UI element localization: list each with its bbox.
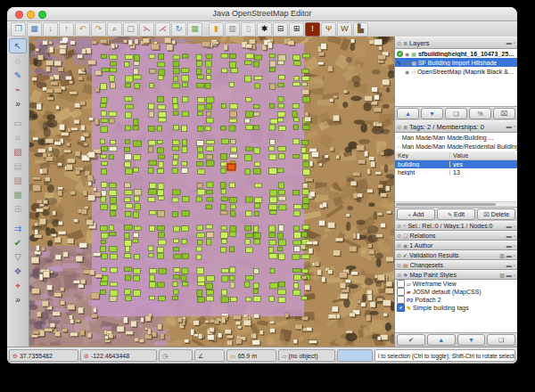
- building-tool-button[interactable]: ▧: [10, 145, 26, 159]
- style-josm-default-row[interactable]: ▰JOSM default (MapCSS): [395, 288, 517, 296]
- validate-tool-button[interactable]: ✔: [10, 236, 26, 249]
- panel-dock-icon[interactable]: ▬: [506, 233, 512, 239]
- layer-down-button[interactable]: ▼: [421, 108, 443, 119]
- save-button[interactable]: ▦: [27, 22, 42, 37]
- layer-opacity-button[interactable]: %: [469, 108, 491, 119]
- download-data-button[interactable]: ↓: [43, 22, 58, 37]
- panel-toggle-icon[interactable]: ⊙: [397, 262, 401, 268]
- preset-restaurant-button[interactable]: Ψ: [321, 22, 336, 37]
- split-way-button[interactable]: ⋋: [139, 22, 154, 37]
- style-simple-building-tags-checkbox[interactable]: ✔: [397, 304, 405, 312]
- panel-toggle-icon[interactable]: ⊙: [397, 223, 401, 229]
- layer-up-button[interactable]: ▲: [397, 108, 419, 119]
- help-text-segment[interactable]: l to selection (Ctrl to toggle); Shift-C…: [374, 349, 515, 362]
- title-bar[interactable]: Java OpenStreetMap Editor: [7, 7, 517, 21]
- panel-dock-icon[interactable]: ▬: [506, 253, 512, 258]
- more-tools-2-button[interactable]: »: [10, 293, 26, 306]
- map-pin-tool-button[interactable]: ⌖: [10, 279, 26, 292]
- panel-dock-icon[interactable]: ▬: [506, 124, 512, 129]
- panel-close-icon[interactable]: ▫: [514, 224, 515, 229]
- style-activate-button[interactable]: ✔: [397, 334, 425, 346]
- open-file-button[interactable]: ❒: [11, 22, 26, 37]
- authors-panel-header[interactable]: ⊙◉1 Author▬▫: [395, 241, 517, 250]
- edit-tag-button[interactable]: ✎Edit: [437, 208, 475, 220]
- style-wireframe-row[interactable]: ▱Wireframe View: [395, 280, 517, 288]
- zoom-button[interactable]: [38, 11, 46, 19]
- tags-panel-header[interactable]: ⊙≣Tags: 2 / Memberships: 0▬▫: [395, 120, 517, 133]
- tag-row[interactable]: height13: [395, 168, 517, 176]
- panel-toggle-icon[interactable]: ⊙: [397, 242, 401, 249]
- panel-dock-icon[interactable]: ▬: [506, 273, 512, 278]
- select-tool-button[interactable]: ↖: [9, 38, 27, 53]
- zoom-to-selection-button[interactable]: ▢: [123, 22, 138, 37]
- imagery-button[interactable]: ▦: [187, 22, 202, 37]
- panel-close-icon[interactable]: ▫: [514, 40, 515, 45]
- map-canvas[interactable]: [29, 37, 394, 347]
- changesets-panel-header[interactable]: ⊙▤Changesets▬▫: [395, 260, 517, 270]
- panel-toggle-icon[interactable]: ⊙: [397, 124, 401, 130]
- preset-hand-button[interactable]: ✱: [257, 22, 272, 37]
- style-potlach2-checkbox[interactable]: [397, 296, 405, 304]
- search-highlight-segment[interactable]: [337, 349, 373, 362]
- lasso-tool-button[interactable]: ◌: [10, 54, 26, 68]
- delete-tag-button[interactable]: ⌧Delete: [477, 208, 515, 220]
- relations-panel-header[interactable]: ⊙❏Relations▬▫: [395, 231, 517, 241]
- preset-crossing-button[interactable]: ▥: [225, 22, 240, 37]
- redo-button[interactable]: ↷: [91, 22, 106, 37]
- preset-highway-button[interactable]: ▮: [209, 22, 224, 37]
- map-paint-styles-header[interactable]: ⊙❖Map Paint Styles▥▬▫: [395, 270, 517, 280]
- panel-dock-icon[interactable]: ▬: [506, 224, 512, 229]
- preset-wikipedia-button[interactable]: W: [337, 22, 352, 37]
- style-down-button[interactable]: ▼: [457, 334, 486, 346]
- panel-toggle-icon[interactable]: ⊙: [397, 272, 401, 278]
- minimize-button[interactable]: [27, 11, 35, 19]
- layer-visibility-eye-icon[interactable]: ◉: [405, 69, 409, 75]
- area-tool-button[interactable]: ▩: [10, 188, 26, 201]
- selection-panel-header[interactable]: ⊙⌕Sel.: Rel.:0 / Ways:1 / Nodes:0▬▫: [395, 221, 517, 231]
- search-button[interactable]: ⌕: [107, 22, 122, 37]
- edit-way-tool-button[interactable]: ▨: [10, 174, 26, 187]
- align-tool-button[interactable]: ▤: [10, 159, 26, 173]
- panel-toggle-icon[interactable]: ⊙: [397, 252, 401, 258]
- close-button[interactable]: [15, 11, 23, 19]
- hscrollbar-thumb[interactable]: [396, 203, 496, 206]
- draw-tool-button[interactable]: ✎: [10, 69, 26, 82]
- merge-tool-button[interactable]: ⊞: [10, 202, 26, 216]
- upload-data-button[interactable]: ↑: [59, 22, 74, 37]
- layer-sfbuildingheight[interactable]: ✔◉▦sfbuildingheight_16_10473_25340...: [395, 49, 517, 58]
- paint-styles-tool-button[interactable]: ❖: [10, 265, 26, 278]
- add-tag-button[interactable]: +Add: [397, 208, 435, 220]
- parallel-tool-button[interactable]: ⇉: [10, 222, 26, 235]
- style-preferences-button[interactable]: ❏: [487, 334, 515, 346]
- undo-button[interactable]: ↶: [75, 22, 90, 37]
- preset-chart-button[interactable]: ▙: [353, 22, 368, 37]
- panel-close-icon[interactable]: ▫: [514, 273, 515, 278]
- panel-extra-icon[interactable]: ▥: [499, 252, 505, 258]
- layer-visibility-eye-icon[interactable]: ◉: [405, 60, 409, 66]
- panel-close-icon[interactable]: ▫: [514, 243, 515, 249]
- panel-dock-icon[interactable]: ▬: [506, 40, 512, 45]
- panel-dock-icon[interactable]: ▬: [506, 263, 512, 268]
- combine-way-button[interactable]: ⋌: [155, 22, 170, 37]
- panel-toggle-icon[interactable]: ⊙: [397, 40, 401, 46]
- tag-preset-row[interactable]: ⌂Man Made/Man Made/Residential Building …: [395, 142, 517, 151]
- extrude-tool-button[interactable]: ▭: [10, 117, 26, 130]
- panel-menu-icon[interactable]: ≣: [403, 40, 407, 46]
- refresh-button[interactable]: ↻: [171, 22, 186, 37]
- preset-warning-button[interactable]: !: [305, 22, 320, 37]
- improve-way-tool-button[interactable]: ⌁: [10, 83, 26, 96]
- tag-preset-row[interactable]: ⌂Man Made/Man Made/Building ...: [395, 133, 517, 142]
- preset-car-button[interactable]: ⊟: [273, 22, 288, 37]
- panel-close-icon[interactable]: ▫: [514, 253, 515, 258]
- panel-close-icon[interactable]: ▫: [514, 124, 515, 129]
- layer-visibility-eye-icon[interactable]: ◉: [405, 51, 409, 57]
- filter-tool-button[interactable]: ▽: [10, 250, 26, 264]
- style-potlach2-row[interactable]: P2Potlach 2: [395, 296, 517, 304]
- layer-osm[interactable]: ◉▱OpenStreetMap (Mapnik Black & White): [395, 67, 517, 76]
- layer-duplicate-button[interactable]: ❏: [445, 108, 467, 119]
- style-josm-default-checkbox[interactable]: [397, 288, 405, 296]
- panel-dock-icon[interactable]: ▬: [506, 243, 512, 249]
- preset-elevator-button[interactable]: ▯: [241, 22, 256, 37]
- more-tools-button[interactable]: »: [10, 97, 26, 110]
- style-wireframe-checkbox[interactable]: [397, 280, 405, 288]
